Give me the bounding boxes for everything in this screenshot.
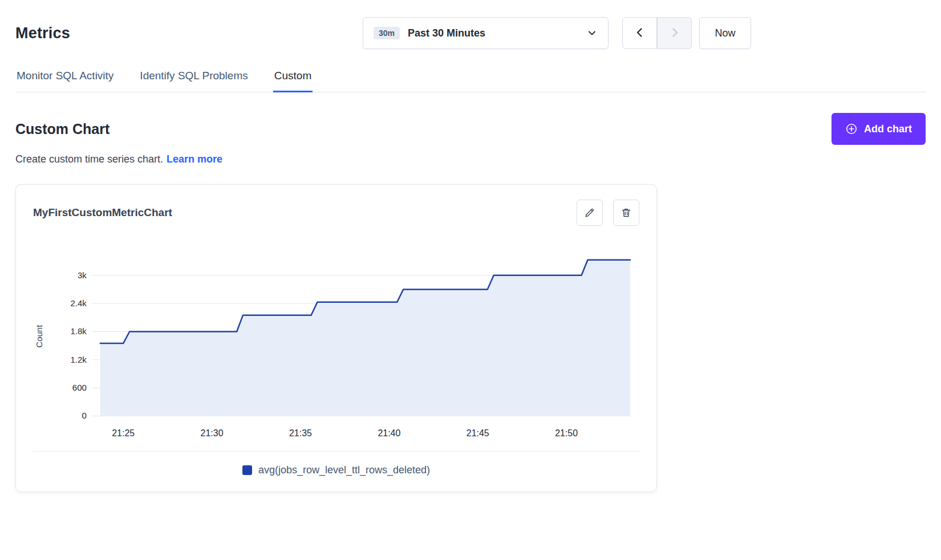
section-title: Custom Chart: [15, 121, 109, 137]
custom-chart-card: MyFirstCustomMetricChart 06001.2k1.8k2.4…: [15, 184, 657, 492]
metrics-tabs: Monitor SQL Activity Identify SQL Proble…: [15, 70, 926, 92]
legend-swatch: [242, 465, 252, 475]
next-interval-button[interactable]: [657, 17, 692, 49]
now-button[interactable]: Now: [699, 17, 751, 49]
svg-text:21:50: 21:50: [555, 428, 578, 438]
svg-text:21:30: 21:30: [201, 428, 224, 438]
svg-text:600: 600: [72, 383, 87, 392]
svg-text:3k: 3k: [78, 270, 87, 280]
time-range-badge: 30m: [374, 27, 400, 39]
svg-text:21:35: 21:35: [289, 428, 312, 438]
tab-monitor-sql-activity[interactable]: Monitor SQL Activity: [15, 70, 115, 92]
section-description: Create custom time series chart.Learn mo…: [15, 153, 926, 165]
chevron-down-icon: [586, 27, 598, 39]
time-controls: 30m Past 30 Minutes Now: [363, 17, 751, 49]
add-chart-label: Add chart: [864, 123, 912, 135]
chevron-right-icon: [668, 26, 681, 40]
learn-more-link[interactable]: Learn more: [167, 153, 222, 165]
page-header: Metrics 30m Past 30 Minutes: [15, 17, 926, 49]
svg-text:0: 0: [82, 411, 87, 420]
tab-custom[interactable]: Custom: [273, 70, 313, 92]
metrics-page: Metrics 30m Past 30 Minutes: [0, 0, 941, 492]
chart-actions: [577, 200, 639, 226]
custom-chart-section-header: Custom Chart Add chart: [15, 113, 926, 145]
svg-text:2.4k: 2.4k: [71, 298, 87, 308]
legend-label: avg(jobs_row_level_ttl_rows_deleted): [258, 464, 430, 476]
description-text: Create custom time series chart.: [15, 153, 163, 165]
chart-plot-area[interactable]: 06001.2k1.8k2.4k3k21:2521:3021:3521:4021…: [33, 245, 639, 445]
time-nav-group: [622, 17, 692, 49]
svg-text:Count: Count: [34, 324, 44, 348]
previous-interval-button[interactable]: [622, 17, 657, 49]
time-range-label: Past 30 Minutes: [408, 27, 485, 39]
svg-text:21:40: 21:40: [378, 428, 400, 438]
legend-item[interactable]: avg(jobs_row_level_ttl_rows_deleted): [33, 452, 639, 492]
pencil-icon: [584, 207, 595, 218]
svg-text:21:45: 21:45: [467, 428, 489, 438]
metric-chart-svg[interactable]: 06001.2k1.8k2.4k3k21:2521:3021:3521:4021…: [33, 245, 639, 445]
time-range-selector[interactable]: 30m Past 30 Minutes: [363, 17, 609, 49]
edit-chart-button[interactable]: [577, 200, 603, 226]
trash-icon: [620, 207, 632, 218]
svg-text:1.8k: 1.8k: [71, 326, 87, 336]
chart-card-header: MyFirstCustomMetricChart: [33, 200, 639, 226]
delete-chart-button[interactable]: [613, 200, 639, 226]
tab-identify-sql-problems[interactable]: Identify SQL Problems: [139, 70, 249, 92]
page-title: Metrics: [15, 25, 70, 42]
svg-text:21:25: 21:25: [112, 428, 135, 438]
chart-title: MyFirstCustomMetricChart: [33, 206, 172, 219]
chevron-left-icon: [634, 26, 646, 40]
add-chart-button[interactable]: Add chart: [832, 113, 926, 145]
svg-text:1.2k: 1.2k: [71, 355, 87, 364]
plus-circle-icon: [845, 123, 858, 135]
